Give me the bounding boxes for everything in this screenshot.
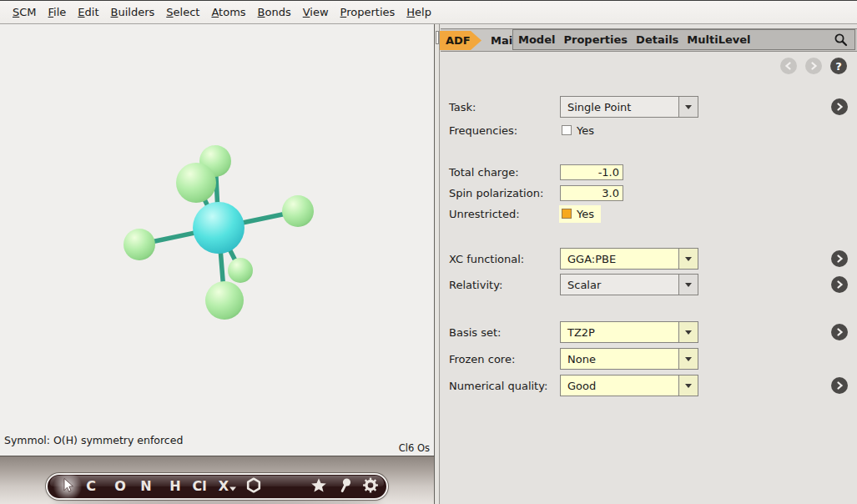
atom-cl[interactable]: [176, 163, 216, 203]
dropdown-arrow-icon: [685, 283, 692, 287]
history-back-button[interactable]: [780, 58, 797, 74]
numerical-quality-label: Numerical quality:: [449, 380, 547, 392]
menu-bar: SCM File Edit Builders Select Atoms Bond…: [0, 1, 857, 24]
dropdown-arrow-button[interactable]: [678, 275, 698, 295]
dropdown-arrow-button[interactable]: [678, 375, 698, 396]
input-panel: ADF Main Model Properties Details MultiL…: [441, 24, 857, 504]
menu-help[interactable]: Help: [401, 3, 437, 22]
structure-tool-button[interactable]: [338, 477, 353, 496]
dropdown-arrow-button[interactable]: [678, 249, 698, 269]
atom-cl[interactable]: [124, 229, 155, 260]
frozen-core-row: Frozen core: None: [441, 348, 857, 370]
element-button-o[interactable]: O: [114, 480, 126, 493]
atom-cl[interactable]: [205, 281, 244, 320]
star-icon: [310, 477, 327, 493]
total-charge-row: Total charge:: [441, 161, 857, 183]
menu-view[interactable]: View: [297, 3, 335, 22]
element-dropdown-arrow-icon[interactable]: [229, 487, 236, 491]
tab-bar: ADF Main Model Properties Details MultiL…: [441, 28, 857, 52]
element-button-h[interactable]: H: [169, 480, 180, 493]
total-charge-input[interactable]: [560, 164, 623, 180]
atom-os[interactable]: [193, 202, 244, 254]
task-label: Task:: [449, 101, 476, 113]
menu-scm[interactable]: SCM: [7, 3, 43, 22]
element-button-cl[interactable]: Cl: [192, 480, 206, 493]
numerical-quality-detail-button[interactable]: [831, 377, 848, 394]
menu-edit[interactable]: Edit: [72, 3, 104, 22]
frequencies-yes-label: Yes: [577, 124, 594, 137]
menu-file[interactable]: File: [43, 3, 73, 22]
numerical-quality-dropdown[interactable]: Good: [560, 375, 698, 396]
unrestricted-chip: Yes: [559, 205, 601, 223]
xc-functional-value: GGA:PBE: [561, 249, 678, 269]
xc-functional-detail-button[interactable]: [831, 250, 848, 267]
menu-builders[interactable]: Builders: [105, 3, 161, 22]
wand-icon: [338, 477, 353, 493]
frequencies-row: Frequencies: Yes: [441, 119, 857, 141]
molecule-viewer[interactable]: Symmol: O(H) symmetry enforced Cl6 Os: [0, 24, 435, 456]
element-button-x[interactable]: X: [219, 480, 229, 493]
frozen-core-label: Frozen core:: [449, 353, 515, 365]
dropdown-arrow-button[interactable]: [678, 349, 698, 369]
numerical-quality-value: Good: [561, 375, 678, 396]
tab-details[interactable]: Details: [636, 33, 678, 46]
tab-properties[interactable]: Properties: [563, 33, 628, 46]
task-row: Task: Single Point: [441, 96, 857, 118]
dropdown-arrow-icon: [685, 257, 692, 261]
frequencies-checkbox[interactable]: [562, 125, 572, 135]
builder-toolbar: C O N H Cl X: [46, 473, 388, 500]
dropdown-arrow-icon: [685, 105, 692, 109]
ring-tool-button[interactable]: [245, 477, 262, 496]
xc-functional-dropdown[interactable]: GGA:PBE: [560, 248, 698, 270]
adfinput-window: SCM File Edit Builders Select Atoms Bond…: [0, 0, 857, 504]
favorites-button[interactable]: [310, 477, 327, 496]
chevron-right-icon: [809, 62, 818, 70]
spin-polarization-label: Spin polarization:: [449, 187, 543, 199]
menu-select[interactable]: Select: [160, 3, 205, 22]
hexagon-ring-icon: [245, 477, 262, 494]
tab-model[interactable]: Model: [518, 33, 555, 46]
atom-cl[interactable]: [282, 195, 314, 227]
history-forward-button[interactable]: [805, 58, 822, 74]
cursor-icon: [59, 477, 74, 494]
dropdown-arrow-button[interactable]: [678, 97, 698, 117]
atom-cl[interactable]: [228, 258, 253, 283]
panel-splitter[interactable]: [436, 24, 440, 504]
xc-functional-label: XC functional:: [449, 253, 524, 265]
symmetry-status: Symmol: O(H) symmetry enforced: [4, 434, 183, 446]
frozen-core-dropdown[interactable]: None: [560, 348, 698, 370]
basis-set-label: Basis set:: [449, 326, 501, 339]
element-button-c[interactable]: C: [86, 480, 96, 493]
dropdown-arrow-button[interactable]: [678, 322, 698, 342]
chevron-right-icon: [835, 280, 844, 289]
gear-icon: [363, 477, 379, 493]
search-icon[interactable]: [834, 33, 848, 47]
basis-set-detail-button[interactable]: [831, 324, 848, 340]
relativity-row: Relativity: Scalar: [441, 274, 857, 295]
basis-set-dropdown[interactable]: TZ2P: [560, 321, 698, 343]
frozen-core-value: None: [561, 349, 678, 369]
menu-properties[interactable]: Properties: [335, 3, 401, 22]
dropdown-arrow-icon: [685, 384, 692, 388]
basis-set-value: TZ2P: [561, 322, 678, 342]
settings-button[interactable]: [363, 477, 379, 496]
select-cursor-tool[interactable]: [59, 477, 74, 496]
spin-polarization-input[interactable]: [560, 185, 623, 201]
unrestricted-label: Unrestricted:: [449, 208, 520, 220]
menu-bonds[interactable]: Bonds: [252, 3, 297, 22]
tab-multilevel[interactable]: MultiLevel: [687, 33, 750, 46]
chevron-right-icon: [835, 255, 844, 263]
splitter-handle[interactable]: [436, 31, 439, 44]
unrestricted-checkbox[interactable]: [562, 209, 572, 219]
help-button[interactable]: ?: [830, 58, 847, 74]
task-detail-button[interactable]: [831, 98, 848, 115]
menu-atoms[interactable]: Atoms: [205, 3, 251, 22]
help-question-mark: ?: [835, 60, 842, 73]
chevron-right-icon: [835, 381, 844, 390]
element-button-n[interactable]: N: [140, 480, 151, 493]
relativity-detail-button[interactable]: [831, 276, 848, 293]
task-dropdown[interactable]: Single Point: [560, 96, 698, 118]
relativity-dropdown[interactable]: Scalar: [560, 274, 698, 295]
molecule-canvas[interactable]: [0, 24, 435, 456]
relativity-label: Relativity:: [449, 279, 502, 291]
